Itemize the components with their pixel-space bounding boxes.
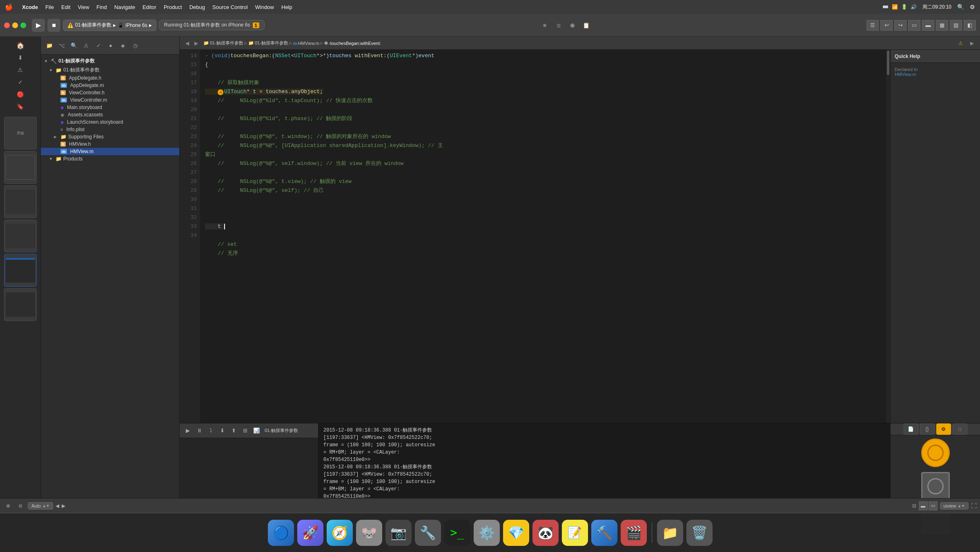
dock-tools[interactable]: 🔧 xyxy=(415,520,441,546)
code-editor[interactable]: 14 15 16 17 18 19 20 21 22 23 24 25 26 2… xyxy=(180,50,890,423)
stop-button[interactable]: ■ xyxy=(47,19,60,32)
nav-tests-btn[interactable]: ✓ xyxy=(15,77,26,87)
debug-step-out-btn[interactable]: ⬆ xyxy=(229,426,238,436)
thumb-4[interactable] xyxy=(4,220,37,252)
run-button[interactable]: ▶ xyxy=(32,19,45,32)
breadcrumb-back[interactable]: ◀ xyxy=(183,39,191,47)
layout-btn-6[interactable]: ▦ xyxy=(936,20,948,31)
nav-group-main[interactable]: ▼ 📁 01-触摸事件参数 xyxy=(41,66,179,74)
breadcrumb-current[interactable]: ⊕ -touchesBegan:withEvent: xyxy=(324,40,381,46)
nav-test-btn[interactable]: ✓ xyxy=(93,40,104,51)
declared-value[interactable]: HMView.m xyxy=(895,72,976,77)
menu-control-icon[interactable]: ⚙ xyxy=(970,4,975,10)
debug-step-into-btn[interactable]: ⬇ xyxy=(217,426,227,436)
auto-selector[interactable]: Auto ▲▼ xyxy=(28,502,53,510)
breadcrumb-item-2[interactable]: 📁 01-触摸事件参数 xyxy=(248,40,288,46)
breadcrumb-forward[interactable]: ▶ xyxy=(192,39,200,47)
code-content[interactable]: - (void)touchesBegan:(NSSet<UITouch*>*)t… xyxy=(200,50,886,423)
thumb-5[interactable] xyxy=(4,254,37,287)
breadcrumb-item-3[interactable]: m HMView.m xyxy=(293,41,319,46)
menu-help[interactable]: Help xyxy=(281,4,292,10)
nav-issue-btn[interactable]: ⚠ xyxy=(81,40,91,51)
console-output[interactable]: 2015-12-08 09:18:36.388 01-触摸事件参数 [1197:… xyxy=(318,423,890,498)
nav-group-supporting[interactable]: ▶ 📁 Supporting Files xyxy=(41,133,179,140)
menu-xcode[interactable]: Xcode xyxy=(22,4,38,10)
environment-btn[interactable]: 📋 xyxy=(581,20,592,31)
nav-breakpoints-btn[interactable]: 🔖 xyxy=(15,101,26,112)
thumb-6[interactable] xyxy=(4,288,37,321)
close-button[interactable] xyxy=(4,22,10,28)
debug-memory-btn[interactable]: 📊 xyxy=(252,426,261,436)
nav-home-btn[interactable]: 🏠 xyxy=(15,40,26,51)
nav-file-main-storyboard[interactable]: ◈ Main.storyboard xyxy=(41,104,179,111)
view-toggle-1[interactable]: ▬ xyxy=(919,501,928,510)
breakpoint-btn[interactable]: ⊕ xyxy=(567,20,578,31)
layout-btn-7[interactable]: ▧ xyxy=(950,20,962,31)
bottom-btn-2[interactable]: ⊖ xyxy=(16,501,25,511)
view-toggle-2[interactable]: ▭ xyxy=(929,501,938,510)
dock-sysprefs[interactable]: ⚙️ xyxy=(474,520,500,546)
thumb-2[interactable] xyxy=(4,151,37,184)
scrollbar-thumb[interactable] xyxy=(887,51,889,75)
menu-file[interactable]: File xyxy=(45,4,54,10)
nav-file-appdelegate-h[interactable]: h AppDelegate.h xyxy=(41,74,179,82)
nav-issues-btn[interactable]: ⚠ xyxy=(15,65,26,75)
filter-btn[interactable]: ⊟ xyxy=(912,503,916,509)
nav-bp-btn[interactable]: ◈ xyxy=(118,40,128,51)
menu-find[interactable]: Find xyxy=(96,4,107,10)
menu-window[interactable]: Window xyxy=(255,4,274,10)
debug-step-over-btn[interactable]: ⤵ xyxy=(206,426,216,436)
dock-finder2[interactable]: 📁 xyxy=(657,520,683,546)
nav-file-hmview-m[interactable]: m HMView.m xyxy=(41,148,179,155)
layout-btn-4[interactable]: ▭ xyxy=(908,20,920,31)
minimize-button[interactable] xyxy=(12,22,18,28)
thumb-3[interactable] xyxy=(4,185,37,218)
editor-scrollbar[interactable] xyxy=(886,50,890,423)
nav-folder-btn[interactable]: 📁 xyxy=(44,40,55,51)
debug-play-btn[interactable]: ▶ xyxy=(183,426,193,436)
dock-trash[interactable]: 🗑️ xyxy=(686,520,713,546)
menu-editor[interactable]: Editor xyxy=(143,4,156,10)
thumb-1[interactable]: 开始 xyxy=(4,117,37,149)
dock-launchpad[interactable]: 🚀 xyxy=(297,520,323,546)
dock-finder[interactable]: 🔵 xyxy=(268,520,294,546)
bc-warning-btn[interactable]: ⚠ xyxy=(956,38,965,48)
maximize-button[interactable] xyxy=(20,22,26,28)
menu-product[interactable]: Product xyxy=(164,4,182,10)
inspector-btn-4[interactable]: □ xyxy=(953,423,967,435)
nav-file-launch-storyboard[interactable]: ◈ LaunchScreen.storyboard xyxy=(41,118,179,126)
menu-view[interactable]: View xyxy=(78,4,89,10)
apple-logo[interactable]: 🍎 xyxy=(5,3,13,11)
fullscreen-btn[interactable]: ⛶ xyxy=(971,503,977,509)
bc-next-btn[interactable]: ▶ xyxy=(967,38,977,48)
nav-file-assets[interactable]: ◉ Assets.xcassets xyxy=(41,111,179,118)
menu-navigate[interactable]: Navigate xyxy=(114,4,135,10)
nav-group-products[interactable]: ▼ 📁 Products xyxy=(41,155,179,162)
nav-toggle-btn[interactable]: ≡ xyxy=(539,20,550,31)
breadcrumb-item-1[interactable]: 📁 01-触摸事件参数 xyxy=(203,40,243,46)
layout-btn-1[interactable]: ☰ xyxy=(866,20,879,31)
nav-file-viewcontroller-h[interactable]: h ViewController.h xyxy=(41,89,179,96)
dock-sketch[interactable]: 💎 xyxy=(503,520,529,546)
nav-file-appdelegate-m[interactable]: m AppDelegate.m xyxy=(41,82,179,89)
scheme-selector[interactable]: ⚠️ 01-触摸事件参数 ▶ 📱 iPhone 6s ▶ xyxy=(63,20,156,31)
nav-debug-btn[interactable]: 🔴 xyxy=(15,89,26,100)
nav-next-btn[interactable]: ▶ xyxy=(62,503,65,509)
nav-file-hmview-h[interactable]: h HMView.h xyxy=(41,140,179,148)
debug-pause-btn[interactable]: ⏸ xyxy=(194,426,204,436)
layout-btn-5[interactable]: ▬ xyxy=(922,20,934,31)
layout-btn-2[interactable]: ↩ xyxy=(880,20,893,31)
inspector-btn-3[interactable]: ⚙ xyxy=(936,423,951,435)
menu-edit[interactable]: Edit xyxy=(61,4,70,10)
bookmark-btn[interactable]: ⎅ xyxy=(553,20,564,31)
dock-mouse[interactable]: 🐭 xyxy=(356,520,382,546)
menu-source-control[interactable]: Source Control xyxy=(212,4,248,10)
nav-prev-btn[interactable]: ◀ xyxy=(56,503,59,509)
nav-commits-btn[interactable]: ⬇ xyxy=(15,52,26,63)
bottom-btn-1[interactable]: ⊕ xyxy=(3,501,13,511)
layout-btn-8[interactable]: ◧ xyxy=(964,20,976,31)
nav-project-root[interactable]: ▼ 🔨 01-触摸事件参数 xyxy=(41,56,179,66)
debug-frame-btn[interactable]: ⊞ xyxy=(240,426,250,436)
dock-media[interactable]: 🎬 xyxy=(621,520,647,546)
dock-app1[interactable]: 🐼 xyxy=(532,520,559,546)
